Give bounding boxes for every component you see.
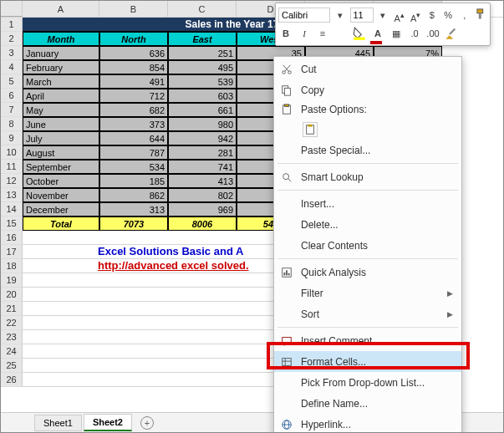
cell[interactable]: 7073 <box>99 216 168 231</box>
cell[interactable]: April <box>23 89 99 103</box>
format-painter-icon[interactable] <box>475 8 488 23</box>
menu-pick-dropdown[interactable]: Pick From Drop-down List... <box>274 372 461 393</box>
row-header[interactable]: 6 <box>1 89 23 103</box>
cell[interactable]: Month <box>23 32 99 46</box>
format-brush-icon[interactable] <box>444 26 459 41</box>
cell[interactable]: December <box>23 202 99 216</box>
cell[interactable]: 644 <box>99 131 168 145</box>
row-header[interactable]: 19 <box>1 273 23 288</box>
font-color-button[interactable]: A <box>370 26 385 41</box>
row-header[interactable]: 8 <box>1 117 23 131</box>
row-header[interactable]: 7 <box>1 103 23 117</box>
col-A[interactable]: A <box>23 1 99 17</box>
menu-insert[interactable]: Insert... <box>274 193 461 214</box>
add-sheet-button[interactable]: + <box>140 416 154 430</box>
row-header[interactable]: 5 <box>1 74 23 89</box>
cell[interactable]: 969 <box>168 202 237 216</box>
merge-button[interactable]: ▦ <box>389 26 404 41</box>
cell[interactable]: May <box>23 103 99 117</box>
cell[interactable]: 185 <box>99 174 168 188</box>
cell[interactable]: 281 <box>168 145 237 160</box>
row-header[interactable]: 10 <box>1 145 23 160</box>
col-B[interactable]: B <box>99 1 168 17</box>
cell[interactable]: East <box>168 32 237 46</box>
menu-paste-option-button[interactable] <box>274 119 461 140</box>
cell[interactable]: Total <box>23 216 99 231</box>
cell[interactable]: 413 <box>168 174 237 188</box>
cell[interactable]: 942 <box>168 131 237 145</box>
row-header[interactable]: 15 <box>1 216 23 231</box>
cell[interactable]: 980 <box>168 117 237 131</box>
font-size-input[interactable] <box>350 8 374 23</box>
border-button[interactable] <box>333 26 349 41</box>
cell[interactable]: 495 <box>168 60 237 74</box>
cell[interactable]: June <box>23 117 99 131</box>
col-C[interactable]: C <box>168 1 237 17</box>
row-header[interactable]: 4 <box>1 60 23 74</box>
cell[interactable]: 854 <box>99 60 168 74</box>
cell[interactable]: November <box>23 188 99 202</box>
cell[interactable]: North <box>99 32 168 46</box>
row-header[interactable]: 24 <box>1 344 23 359</box>
menu-quick-analysis[interactable]: Quick Analysis <box>274 262 461 283</box>
row-header[interactable]: 9 <box>1 131 23 145</box>
decrease-font-icon[interactable]: A▾ <box>410 8 423 23</box>
cell[interactable]: 539 <box>168 74 237 89</box>
align-button[interactable]: ≡ <box>315 26 330 41</box>
cell[interactable]: 313 <box>99 202 168 216</box>
row-header[interactable]: 1 <box>1 18 23 32</box>
cell[interactable]: January <box>23 46 99 60</box>
row-header[interactable]: 2 <box>1 32 23 46</box>
cell[interactable]: August <box>23 145 99 160</box>
increase-decimal-icon[interactable]: .00 <box>425 26 440 41</box>
cell[interactable]: 712 <box>99 89 168 103</box>
cell[interactable]: 802 <box>168 188 237 202</box>
menu-paste-special[interactable]: Paste Special... <box>274 140 461 160</box>
menu-format-cells[interactable]: Format Cells... <box>274 351 461 372</box>
menu-cut[interactable]: Cut <box>274 59 461 79</box>
menu-define-name[interactable]: Define Name... <box>274 393 461 414</box>
row-header[interactable]: 14 <box>1 202 23 216</box>
cell[interactable]: 491 <box>99 74 168 89</box>
accounting-format-icon[interactable]: $ <box>425 8 439 23</box>
cell[interactable]: 741 <box>168 160 237 174</box>
sheet-tab-2[interactable]: Sheet2 <box>84 414 132 431</box>
row-header[interactable]: 3 <box>1 46 23 60</box>
select-all-corner[interactable] <box>1 1 23 17</box>
row-header[interactable]: 26 <box>1 373 23 387</box>
menu-delete[interactable]: Delete... <box>274 214 461 235</box>
font-dropdown-icon[interactable]: ▾ <box>333 8 347 23</box>
cell[interactable]: 373 <box>99 117 168 131</box>
italic-button[interactable]: I <box>297 26 312 41</box>
row-header[interactable]: 12 <box>1 174 23 188</box>
font-name-input[interactable] <box>278 8 330 23</box>
fill-color-button[interactable] <box>352 26 367 41</box>
menu-hyperlink[interactable]: Hyperlink... <box>274 414 461 433</box>
cell[interactable]: September <box>23 160 99 174</box>
cell[interactable]: 787 <box>99 145 168 160</box>
row-header[interactable]: 18 <box>1 259 23 273</box>
cell[interactable]: March <box>23 74 99 89</box>
row-header[interactable]: 16 <box>1 231 23 245</box>
percent-format-icon[interactable]: % <box>442 8 456 23</box>
cell[interactable]: October <box>23 174 99 188</box>
menu-clear-contents[interactable]: Clear Contents <box>274 235 461 256</box>
menu-sort[interactable]: Sort ▶ <box>274 303 461 324</box>
sheet-tab-1[interactable]: Sheet1 <box>34 415 82 431</box>
cell[interactable]: 682 <box>99 103 168 117</box>
menu-filter[interactable]: Filter ▶ <box>274 283 461 303</box>
row-header[interactable]: 22 <box>1 316 23 330</box>
menu-smart-lookup[interactable]: Smart Lookup <box>274 166 461 187</box>
row-header[interactable]: 20 <box>1 288 23 302</box>
cell[interactable]: 603 <box>168 89 237 103</box>
cell[interactable]: 862 <box>99 188 168 202</box>
size-dropdown-icon[interactable]: ▾ <box>377 8 390 23</box>
menu-copy[interactable]: Copy <box>274 79 461 100</box>
row-header[interactable]: 23 <box>1 330 23 344</box>
row-header[interactable]: 25 <box>1 359 23 373</box>
row-header[interactable]: 21 <box>1 302 23 316</box>
comma-format-icon[interactable]: , <box>458 8 471 23</box>
cell[interactable]: 661 <box>168 103 237 117</box>
menu-insert-comment[interactable]: Insert Comment <box>274 330 461 351</box>
cell[interactable]: 636 <box>99 46 168 60</box>
